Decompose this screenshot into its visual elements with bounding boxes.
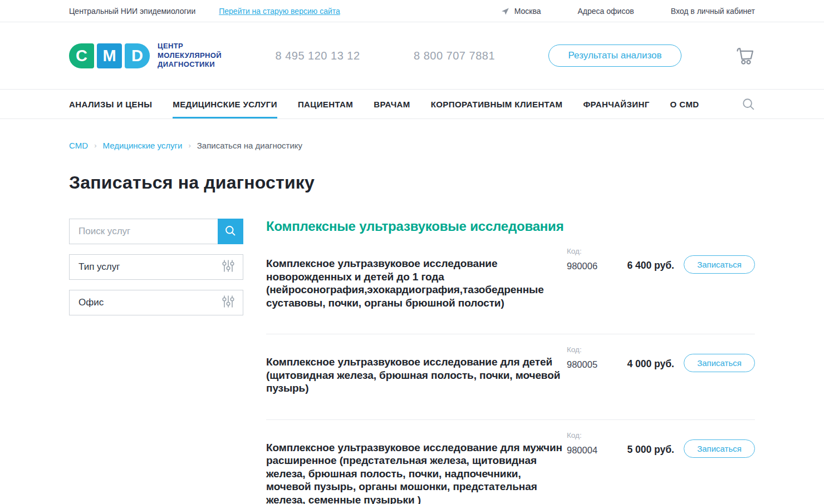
service-code-block: Код: 980004 [567, 431, 616, 456]
main-nav: АНАЛИЗЫ И ЦЕНЫМЕДИЦИНСКИЕ УСЛУГИПАЦИЕНТА… [0, 90, 824, 119]
nav-item-2[interactable]: ПАЦИЕНТАМ [298, 90, 353, 118]
filter-office[interactable]: Офис [69, 290, 243, 315]
code-value: 980004 [567, 445, 616, 456]
code-label: Код: [567, 247, 616, 255]
results-button[interactable]: Результаты анализов [548, 45, 681, 67]
search-input[interactable] [70, 219, 218, 244]
code-label: Код: [567, 431, 616, 439]
service-row: Комплексное ультразвуковое исследование … [266, 334, 755, 419]
service-title: Комплексное ультразвуковое исследование … [266, 441, 564, 504]
breadcrumb-separator: › [188, 141, 190, 150]
breadcrumb-current: Записаться на диагностику [197, 141, 302, 150]
logo-tagline: ЦЕНТР МОЛЕКУЛЯРНОЙ ДИАГНОСТИКИ [158, 42, 222, 70]
filter-office-label: Офис [79, 297, 104, 308]
offices-link[interactable]: Адреса офисов [578, 7, 634, 16]
service-row: Комплексное ультразвуковое исследование … [266, 247, 755, 334]
phone-moscow[interactable]: 8 495 120 13 12 [275, 50, 360, 62]
service-title: Комплексное ультразвуковое исследование … [266, 355, 564, 395]
logo-letter-c: C [69, 43, 94, 68]
phone-federal[interactable]: 8 800 707 7881 [414, 50, 495, 62]
nav-item-3[interactable]: ВРАЧАМ [374, 90, 410, 118]
sliders-icon [222, 259, 235, 275]
code-label: Код: [567, 345, 616, 354]
page-title: Записаться на диагностику [69, 172, 755, 193]
section-heading: Комплексные ультразвуковые исследования [266, 219, 755, 234]
org-name: Центральный НИИ эпидемиологии [69, 7, 195, 16]
breadcrumb-separator: › [94, 141, 96, 150]
logo-letter-d: D [125, 43, 150, 68]
cmd-logo[interactable]: C M D ЦЕНТР МОЛЕКУЛЯРНОЙ ДИАГНОСТИКИ [69, 42, 222, 70]
city-label: Москва [514, 7, 541, 16]
nav-item-4[interactable]: КОРПОРАТИВНЫМ КЛИЕНТАМ [431, 90, 563, 118]
book-button[interactable]: Записаться [684, 439, 755, 458]
old-site-link[interactable]: Перейти на старую версию сайта [219, 7, 340, 16]
header: C M D ЦЕНТР МОЛЕКУЛЯРНОЙ ДИАГНОСТИКИ 8 4… [0, 22, 824, 90]
filter-service-type-label: Тип услуг [79, 261, 120, 273]
service-title: Комплексное ультразвуковое исследование … [266, 257, 564, 309]
breadcrumb-home[interactable]: CMD [69, 141, 88, 150]
services-list: Комплексное ультразвуковое исследование … [266, 247, 755, 504]
cmd-logo-blocks: C M D [69, 43, 150, 68]
service-search-box [69, 219, 243, 244]
topbar: Центральный НИИ эпидемиологии Перейти на… [0, 0, 824, 22]
logo-letter-m: M [97, 43, 122, 68]
nav-item-6[interactable]: О CMD [670, 90, 699, 118]
nav-item-5[interactable]: ФРАНЧАЙЗИНГ [583, 90, 649, 118]
search-icon [225, 225, 236, 238]
breadcrumb-services[interactable]: Медицинские услуги [103, 141, 183, 150]
book-button[interactable]: Записаться [684, 255, 755, 274]
filter-service-type[interactable]: Тип услуг [69, 254, 243, 280]
nav-search-icon[interactable] [742, 90, 755, 118]
cart-icon[interactable] [735, 46, 755, 65]
nav-items: АНАЛИЗЫ И ЦЕНЫМЕДИЦИНСКИЕ УСЛУГИПАЦИЕНТА… [69, 90, 755, 118]
location-icon [501, 7, 509, 16]
code-value: 980006 [567, 261, 616, 271]
nav-item-1[interactable]: МЕДИЦИНСКИЕ УСЛУГИ [173, 90, 277, 118]
code-value: 980005 [567, 359, 616, 370]
breadcrumb: CMD › Медицинские услуги › Записаться на… [69, 141, 755, 150]
book-button[interactable]: Записаться [684, 354, 755, 372]
login-link[interactable]: Вход в личный кабинет [671, 7, 755, 16]
search-button[interactable] [218, 219, 243, 244]
services-section: Комплексные ультразвуковые исследования … [266, 219, 755, 504]
service-price: 5 000 руб. [616, 444, 674, 456]
service-price: 4 000 руб. [616, 358, 674, 370]
service-price: 6 400 руб. [616, 260, 674, 271]
service-row: Комплексное ультразвуковое исследование … [266, 419, 755, 504]
service-code-block: Код: 980006 [567, 247, 616, 271]
service-code-block: Код: 980005 [567, 345, 616, 370]
city-selector[interactable]: Москва [501, 7, 541, 16]
filters-sidebar: Тип услуг Офис [69, 219, 243, 504]
nav-item-0[interactable]: АНАЛИЗЫ И ЦЕНЫ [69, 90, 152, 118]
sliders-icon [222, 295, 235, 311]
